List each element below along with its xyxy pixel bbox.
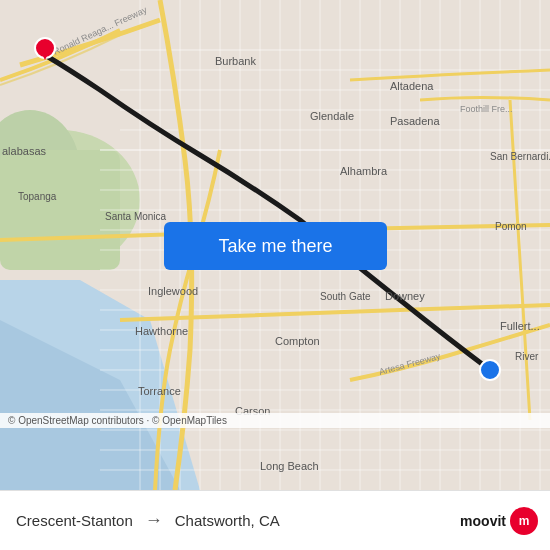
take-me-there-button[interactable]: Take me there — [164, 222, 387, 270]
svg-text:alabasas: alabasas — [2, 145, 47, 157]
svg-text:Santa Monica: Santa Monica — [105, 211, 167, 222]
svg-text:Pasadena: Pasadena — [390, 115, 440, 127]
svg-text:Inglewood: Inglewood — [148, 285, 198, 297]
svg-text:Long Beach: Long Beach — [260, 460, 319, 472]
map-attribution: © OpenStreetMap contributors · © OpenMap… — [0, 413, 550, 428]
svg-text:San Bernardi...: San Bernardi... — [490, 151, 550, 162]
svg-text:Torrance: Torrance — [138, 385, 181, 397]
svg-text:Topanga: Topanga — [18, 191, 57, 202]
svg-text:Fullert...: Fullert... — [500, 320, 540, 332]
svg-text:Foothill Fre...: Foothill Fre... — [460, 104, 513, 114]
map-container: Altadena Burbank Glendale Pasadena Alham… — [0, 0, 550, 490]
svg-text:Downey: Downey — [385, 290, 425, 302]
svg-text:Burbank: Burbank — [215, 55, 256, 67]
svg-text:Compton: Compton — [275, 335, 320, 347]
svg-text:Pomon: Pomon — [495, 221, 527, 232]
svg-text:Altadena: Altadena — [390, 80, 434, 92]
moovit-text: moovit — [460, 513, 506, 529]
destination-label: Chatsworth, CA — [175, 512, 280, 529]
svg-text:Glendale: Glendale — [310, 110, 354, 122]
bottom-bar: Crescent-Stanton → Chatsworth, CA moovit… — [0, 490, 550, 550]
attribution-text: © OpenStreetMap contributors · © OpenMap… — [8, 415, 227, 426]
svg-text:Hawthorne: Hawthorne — [135, 325, 188, 337]
svg-point-72 — [480, 360, 500, 380]
moovit-icon-letter: m — [519, 514, 530, 528]
moovit-logo: moovit m — [460, 507, 538, 535]
svg-text:River: River — [515, 351, 539, 362]
arrow-icon: → — [145, 510, 163, 531]
moovit-icon: m — [510, 507, 538, 535]
svg-text:South Gate: South Gate — [320, 291, 371, 302]
svg-text:Alhambra: Alhambra — [340, 165, 388, 177]
origin-label: Crescent-Stanton — [16, 512, 133, 529]
